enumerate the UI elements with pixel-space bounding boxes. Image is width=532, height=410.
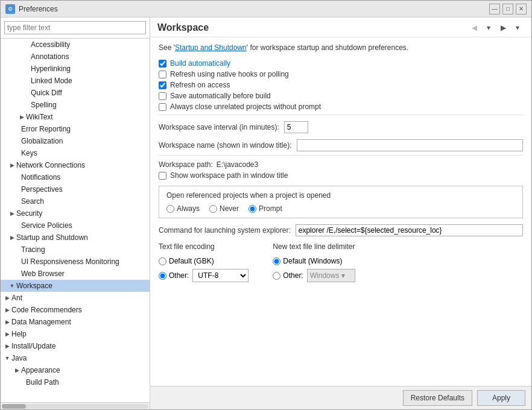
sidebar-item-code-recommenders[interactable]: ▶ Code Recommenders [1, 304, 150, 316]
radio-never-label: Never [220, 204, 239, 213]
minimize-button[interactable]: — [489, 4, 500, 14]
save-interval-label: Workspace save interval (in minutes): [159, 123, 279, 131]
encoding-other-input[interactable] [159, 272, 166, 280]
sidebar-item-web-browser[interactable]: Web Browser [1, 268, 150, 280]
sidebar-item-startup-shutdown[interactable]: ▶ Startup and Shutdown [1, 232, 150, 244]
close-unrelated-label[interactable]: Always close unrelated projects without … [170, 102, 321, 111]
show-path-checkbox[interactable] [159, 172, 166, 180]
sidebar-item-spelling[interactable]: Spelling [1, 99, 150, 111]
restore-defaults-button[interactable]: Restore Defaults [403, 390, 472, 406]
filter-input[interactable] [4, 21, 146, 34]
encoding-default-input[interactable] [159, 257, 166, 265]
horizontal-scrollbar[interactable] [1, 402, 150, 409]
close-button[interactable]: ✕ [516, 4, 527, 14]
maximize-button[interactable]: □ [502, 4, 513, 14]
line-delimiter-default-label: Default (Windows) [283, 257, 342, 265]
sidebar-item-java[interactable]: ▼ Java [1, 352, 150, 364]
refresh-native-checkbox[interactable] [159, 71, 166, 78]
radio-prompt-input[interactable] [249, 205, 256, 213]
sidebar-item-quick-diff[interactable]: Quick Diff [1, 87, 150, 99]
sidebar-item-hyperlinking[interactable]: Hyperlinking [1, 63, 150, 75]
arrow-right-icon: ▶ [3, 319, 11, 325]
checkbox-show-path: Show workspace path in window title [159, 171, 523, 180]
sidebar-item-label: Data Management [11, 318, 71, 326]
sidebar-item-keys[interactable]: Keys [1, 147, 150, 159]
radio-prompt[interactable]: Prompt [249, 204, 282, 213]
save-before-build-checkbox[interactable] [159, 92, 166, 100]
sidebar-item-install-update[interactable]: ▶ Install/Update [1, 340, 150, 352]
arrow-right-icon: ▶ [17, 114, 26, 120]
sidebar-item-label: Help [11, 330, 27, 338]
sidebar-item-label: Build Path [26, 378, 59, 386]
encoding-select[interactable]: UTF-8 UTF-16 GBK ISO-8859-1 [192, 269, 249, 282]
save-before-build-label[interactable]: Save automatically before build [170, 92, 271, 100]
sidebar-item-search[interactable]: Search [1, 195, 150, 207]
sidebar-item-label: Spelling [31, 101, 57, 109]
line-delimiter-other-label: Other: [283, 271, 303, 280]
sidebar-item-tracing[interactable]: Tracing [1, 244, 150, 256]
sidebar-item-label: Hyperlinking [31, 65, 71, 73]
forward-button[interactable]: ▶ [496, 21, 510, 34]
sidebar-item-label: Perspectives [21, 185, 63, 194]
preferences-window: ⚙ Preferences — □ ✕ Accessibility [0, 0, 532, 410]
sidebar-item-data-management[interactable]: ▶ Data Management [1, 316, 150, 328]
workspace-name-label: Workspace name (shown in window title): [159, 141, 292, 150]
line-delimiter-other-radio[interactable]: Other: [273, 271, 303, 280]
open-projects-title: Open referenced projects when a project … [166, 191, 515, 200]
sidebar-item-service-policies[interactable]: Service Policies [1, 219, 150, 232]
checkbox-refresh-native: Refresh using native hooks or polling [159, 70, 523, 78]
sidebar-item-error-reporting[interactable]: Error Reporting [1, 123, 150, 135]
line-delimiter-other-input[interactable] [273, 272, 280, 280]
show-path-label[interactable]: Show workspace path in window title [170, 171, 288, 180]
sidebar-item-label: Accessibility [31, 40, 70, 49]
encoding-other-radio[interactable]: Other: [159, 271, 189, 280]
build-auto-label[interactable]: Build automatically [170, 59, 230, 68]
encoding-default-radio[interactable]: Default (GBK) [159, 257, 249, 265]
sidebar-item-annotations[interactable]: Annotations [1, 51, 150, 63]
sidebar-item-accessibility[interactable]: Accessibility [1, 39, 150, 51]
refresh-access-checkbox[interactable] [159, 81, 166, 89]
sidebar-item-globalization[interactable]: Globalization [1, 135, 150, 147]
radio-never-input[interactable] [209, 205, 217, 213]
dropdown-arrow-icon: ▾ [341, 271, 345, 280]
sidebar-item-ant[interactable]: ▶ Ant [1, 292, 150, 304]
radio-always[interactable]: Always [166, 204, 200, 213]
sidebar-item-help[interactable]: ▶ Help [1, 328, 150, 340]
sidebar-item-network-connections[interactable]: ▶ Network Connections [1, 159, 150, 171]
explorer-label: Command for launching system explorer: [159, 226, 291, 235]
open-projects-radio-row: Always Never Prompt [166, 204, 515, 213]
refresh-native-label[interactable]: Refresh using native hooks or polling [170, 70, 289, 78]
sidebar-item-build-path[interactable]: Build Path [1, 376, 150, 388]
line-delimiter-default-input[interactable] [273, 257, 280, 265]
build-auto-checkbox[interactable] [159, 60, 166, 68]
workspace-name-input[interactable] [297, 139, 523, 151]
line-delimiter-default-radio[interactable]: Default (Windows) [273, 257, 355, 265]
explorer-input[interactable] [296, 224, 523, 236]
sidebar-item-perspectives[interactable]: Perspectives [1, 183, 150, 195]
title-bar-left: ⚙ Preferences [5, 4, 58, 14]
back-button[interactable]: ◀ [467, 21, 481, 34]
sidebar-item-workspace[interactable]: ▼ Workspace [1, 280, 150, 292]
arrow-right-icon: ▶ [8, 235, 16, 241]
arrow-right-icon: ▶ [3, 307, 11, 313]
encoding-default-label: Default (GBK) [169, 257, 214, 265]
radio-always-input[interactable] [166, 205, 174, 213]
startup-shutdown-link[interactable]: Startup and Shutdown [175, 43, 247, 52]
close-unrelated-checkbox[interactable] [159, 103, 166, 111]
refresh-access-label[interactable]: Refresh on access [170, 81, 230, 89]
sidebar-item-security[interactable]: ▶ Security [1, 207, 150, 219]
sidebar-item-notifications[interactable]: Notifications [1, 171, 150, 183]
scrollbar-thumb[interactable] [2, 404, 26, 409]
sidebar-item-linked-mode[interactable]: Linked Mode [1, 75, 150, 87]
save-interval-input[interactable] [284, 121, 308, 133]
tree-wrap: Accessibility Annotations Hyperlinking L… [1, 39, 150, 402]
sidebar-item-wikitext[interactable]: ▶ WikiText [1, 111, 150, 123]
sidebar-item-ui-responsiveness[interactable]: UI Responsiveness Monitoring [1, 256, 150, 268]
sidebar-item-appearance[interactable]: ▶ Appearance [1, 364, 150, 376]
back-dropdown-button[interactable]: ▾ [482, 21, 495, 34]
sidebar-item-label: Code Recommenders [11, 306, 82, 314]
apply-button[interactable]: Apply [477, 390, 525, 406]
radio-never[interactable]: Never [209, 204, 239, 213]
forward-dropdown-button[interactable]: ▾ [511, 21, 524, 34]
radio-prompt-label: Prompt [259, 204, 282, 213]
